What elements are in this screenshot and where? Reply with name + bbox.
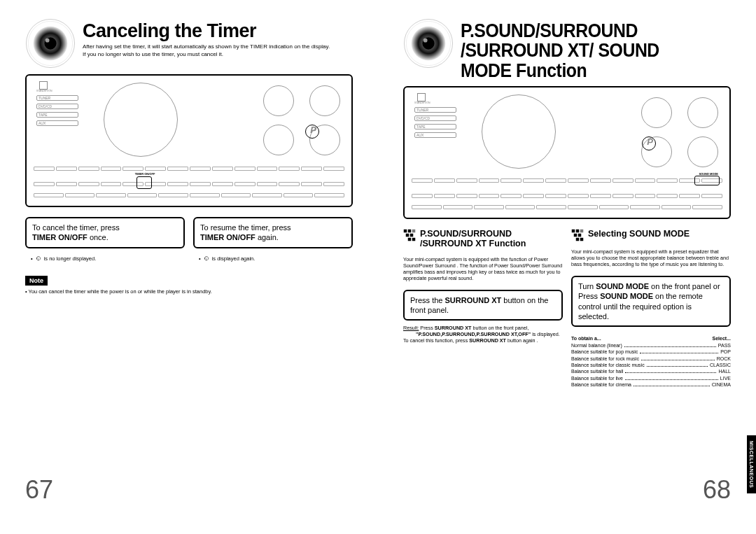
sound-mode-highlight [694, 176, 720, 185]
aux-button: AUX [36, 120, 78, 126]
svg-rect-10 [404, 230, 407, 233]
tape-button: TAPE [36, 112, 78, 118]
p-highlight [642, 136, 656, 150]
svg-rect-22 [580, 238, 584, 241]
table-row: Normal balance (linear)PASS [571, 342, 731, 349]
source-buttons: TUNER DVD/CD TAPE AUX [36, 95, 78, 126]
source-buttons: TUNER DVD/CD TAPE AUX [414, 107, 456, 138]
svg-rect-23 [580, 230, 584, 233]
speaker-cone-icon [25, 18, 76, 69]
clock-icon: ⏲ [36, 255, 41, 262]
instruction-columns: To cancel the timer, press TIMER ON/OFF … [25, 217, 353, 265]
device-schematic: STANDBY/ON TUNER DVD/CD TAPE AUX P [34, 83, 344, 199]
button-row-2 [34, 182, 344, 186]
cancel-note: • ⏲ is no longer displayed. [25, 253, 185, 265]
svg-rect-17 [572, 230, 575, 233]
dial-2 [687, 97, 718, 128]
dvdcd-button: DVD/CD [414, 115, 456, 121]
svg-point-4 [46, 38, 50, 43]
header: Canceling the Timer After having set the… [25, 21, 353, 69]
table-header: To obtain a... Select... [571, 335, 731, 342]
resume-note: • ⏲ is displayed again. [193, 253, 353, 265]
page-67: Canceling the Timer After having set the… [0, 0, 378, 534]
table-row: Balance suitable for hallHALL [571, 368, 731, 374]
page-title: P.SOUND/SURROUND /SURROUND XT/ SOUND MOD… [461, 21, 709, 80]
table-row: Balance suitable for rock musicROCK [571, 356, 731, 362]
cancel-column: To cancel the timer, press TIMER ON/OFF … [25, 217, 185, 265]
table-row: Balance suitable for cinemaCINEMA [571, 381, 731, 388]
main-jog-dial [104, 83, 178, 157]
clock-icon: ⏲ [204, 255, 209, 262]
psound-result: Result: Press SURROUND XT button on the … [403, 325, 563, 344]
main-jog-dial [482, 94, 556, 169]
button-row-1 [412, 178, 722, 183]
svg-rect-16 [412, 230, 416, 233]
resume-column: To resume the timer, press TIMER ON/OFF … [193, 217, 353, 265]
intro-text: After having set the timer, it will star… [83, 43, 353, 58]
table-row: Balance suitable for classic musicCLASSI… [571, 362, 731, 368]
svg-point-9 [424, 38, 428, 43]
tape-button: TAPE [414, 124, 456, 129]
svg-rect-11 [408, 230, 412, 233]
title-block: P.SOUND/SURROUND /SURROUND XT/ SOUND MOD… [461, 21, 731, 80]
p-highlight [305, 125, 319, 139]
page-title: Canceling the Timer [83, 21, 353, 41]
standby-button: STANDBY/ON [36, 81, 50, 92]
psound-column: P.SOUND/SURROUND /SURROUND XT Function Y… [403, 229, 563, 388]
button-row-3 [412, 205, 722, 209]
psound-instruction: Press the SURROUND XT button on the fron… [403, 290, 563, 321]
table-row: Balance suitable for liveLIVE [571, 375, 731, 381]
header: P.SOUND/SURROUND /SURROUND XT/ SOUND MOD… [403, 21, 731, 80]
tuner-button: TUNER [414, 107, 456, 113]
page-number: 68 [703, 475, 731, 505]
section-header-soundmode: Selecting SOUND MODE [571, 229, 731, 241]
section-header-psound: P.SOUND/SURROUND /SURROUND XT Function [403, 229, 563, 249]
soundmode-title: Selecting SOUND MODE [588, 229, 690, 239]
tuner-button: TUNER [36, 95, 78, 101]
device-diagram: STANDBY/ON TUNER DVD/CD TAPE AUX P [403, 86, 731, 219]
device-diagram: STANDBY/ON TUNER DVD/CD TAPE AUX P [25, 74, 353, 207]
instruction-columns: P.SOUND/SURROUND /SURROUND XT Function Y… [403, 229, 731, 388]
svg-rect-14 [408, 238, 412, 241]
svg-rect-21 [576, 238, 580, 241]
button-row-1 [34, 167, 344, 171]
speaker-cone-icon [403, 18, 454, 69]
resume-instruction: To resume the timer, press TIMER ON/OFF … [193, 217, 353, 248]
dial-4 [687, 136, 718, 167]
svg-rect-15 [412, 238, 416, 241]
title-block: Canceling the Timer After having set the… [83, 21, 353, 58]
soundmode-body: Your mini-compact system is equipped wit… [571, 248, 731, 267]
svg-rect-20 [578, 234, 582, 237]
aux-button: AUX [414, 132, 456, 138]
soundmode-instruction: Turn SOUND MODE on the front panel or Pr… [571, 276, 731, 327]
psound-title: P.SOUND/SURROUND /SURROUND XT Function [420, 229, 563, 249]
note-body: • You can cancel the timer while the pow… [25, 288, 353, 295]
button-row-3 [34, 193, 344, 197]
button-row-2 [412, 194, 722, 198]
timer-onoff-label: TIMER ON/OFF [134, 172, 155, 176]
side-category-tab: MISCELLANEOUS [747, 435, 756, 493]
page-68: P.SOUND/SURROUND /SURROUND XT/ SOUND MOD… [378, 0, 756, 534]
svg-rect-18 [576, 230, 580, 233]
squares-icon [403, 229, 416, 241]
squares-icon [571, 229, 584, 241]
svg-rect-19 [574, 234, 578, 237]
dial-3 [263, 125, 294, 155]
note-block: Note • You can cancel the timer while th… [25, 265, 353, 295]
dial-1 [263, 85, 294, 116]
svg-rect-12 [406, 234, 410, 237]
soundmode-column: Selecting SOUND MODE Your mini-compact s… [571, 229, 731, 388]
timer-onoff-highlight [136, 176, 152, 189]
device-schematic: STANDBY/ON TUNER DVD/CD TAPE AUX P [412, 94, 722, 211]
page-number: 67 [25, 475, 53, 505]
sound-mode-label: SOUND MODE [699, 172, 718, 176]
table-row: Balance suitable for pop musicPOP [571, 349, 731, 355]
dial-2 [309, 85, 340, 116]
dvdcd-button: DVD/CD [36, 104, 78, 109]
standby-button: STANDBY/ON [414, 93, 428, 104]
options-table: To obtain a... Select... Normal balance … [571, 335, 731, 388]
psound-body: Your mini-compact system is equipped wit… [403, 256, 563, 281]
dial-1 [641, 97, 672, 128]
cancel-instruction: To cancel the timer, press TIMER ON/OFF … [25, 217, 185, 248]
svg-rect-13 [410, 234, 414, 237]
